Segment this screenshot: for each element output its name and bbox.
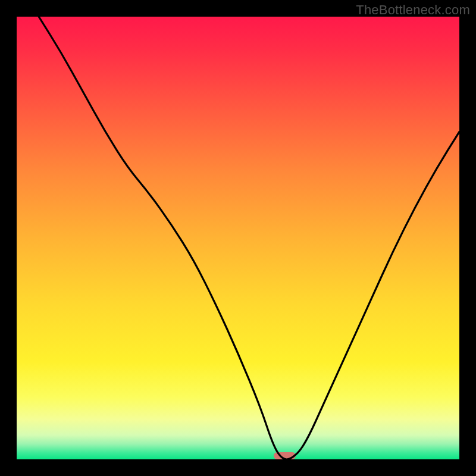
plot-area [17, 17, 459, 459]
chart-frame: TheBottleneck.com [0, 0, 476, 476]
bottleneck-curve [17, 17, 459, 459]
watermark-text: TheBottleneck.com [356, 2, 470, 18]
